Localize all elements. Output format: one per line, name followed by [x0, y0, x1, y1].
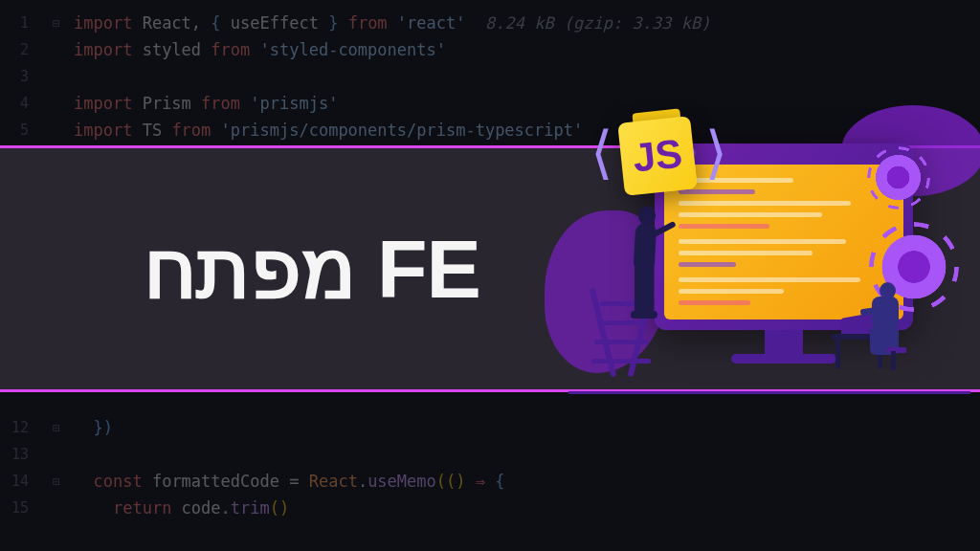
code-line: 13	[0, 441, 980, 468]
developer-illustration: ⟨ JS ⟩	[559, 115, 961, 430]
gear-icon	[872, 151, 924, 204]
code-line: 3	[0, 63, 980, 90]
banner-title: מפתח FE	[144, 221, 480, 317]
standing-person-graphic	[621, 206, 669, 349]
js-badge: ⟨ JS ⟩	[602, 107, 712, 203]
sitting-person-graphic	[851, 282, 947, 378]
angle-bracket-left-icon: ⟨	[585, 119, 619, 186]
code-line: 14⊟ const formattedCode = React.useMemo(…	[0, 468, 980, 495]
code-line: 4import Prism from 'prismjs'	[0, 90, 980, 117]
code-line: 1⊟import React, { useEffect } from 'reac…	[0, 10, 980, 36]
angle-bracket-right-icon: ⟩	[699, 119, 733, 186]
code-line: 2import styled from 'styled-components'	[0, 36, 980, 63]
code-line: 15 return code.trim()	[0, 495, 980, 521]
